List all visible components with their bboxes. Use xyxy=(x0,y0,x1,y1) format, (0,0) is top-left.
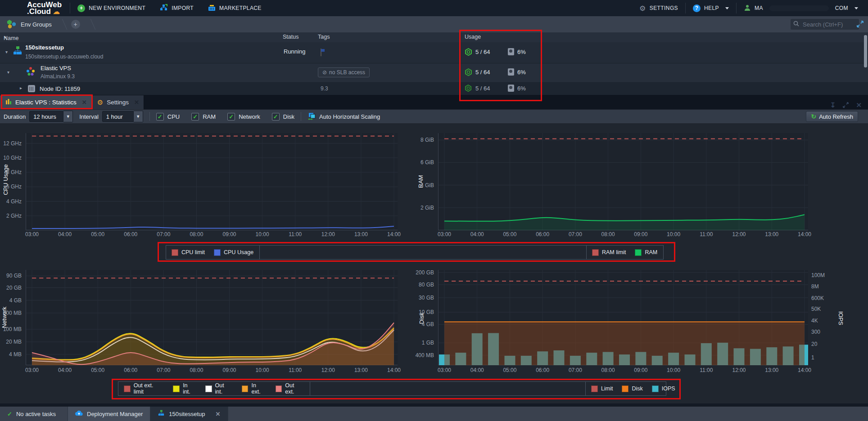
accuweb-logo[interactable]: AccuWeb .Cloud ☁ xyxy=(0,1,70,15)
bottom-tab-150sitessetup[interactable]: 150sitessetup ✕ xyxy=(150,407,228,421)
checkbox-label: CPU xyxy=(167,113,180,120)
checkbox-network[interactable]: ✓Network xyxy=(227,113,260,121)
table-row[interactable]: ▸ ||| Node ID: 11859 9.3 5 / 64 6% xyxy=(0,83,868,95)
close-icon[interactable]: ✕ xyxy=(216,411,221,417)
interval-select[interactable]: 1 hour xyxy=(102,111,134,122)
env-name[interactable]: 150sitessetup xyxy=(25,44,64,51)
resize-icon[interactable] xyxy=(843,102,849,109)
redacted-email xyxy=(769,5,829,11)
table-row[interactable]: ▾ 150sitessetup 150sitessetup.us-accuweb… xyxy=(0,42,868,63)
x-tick-label: 05:00 xyxy=(499,231,520,237)
deployment-manager-label: Deployment Manager xyxy=(87,411,143,417)
x-tick-label: 08:00 xyxy=(597,231,619,237)
app-root: AccuWeb .Cloud ☁ + NEW ENVIRONMENT IMPOR… xyxy=(0,0,868,421)
close-icon[interactable]: ✕ xyxy=(134,99,139,106)
series-area xyxy=(444,322,805,365)
x-tick-label: 14:00 xyxy=(794,367,815,373)
auto-scaling-label[interactable]: Auto Horizontal Scaling xyxy=(319,113,380,120)
scrollbar-thumb[interactable] xyxy=(864,35,867,67)
disk-icon xyxy=(508,85,514,92)
legend-item: RAM limit xyxy=(592,249,626,256)
search-input[interactable] xyxy=(802,21,850,28)
y-tick-label: 4 GiB xyxy=(409,182,434,188)
cloud-blue-icon xyxy=(75,410,83,417)
y-tick-label: 90 GB xyxy=(0,273,22,279)
legend-swatch xyxy=(173,385,180,392)
slb-access-badge: ⊘no SLB access xyxy=(318,67,370,77)
duration-select-arrow[interactable]: ▼ xyxy=(63,111,73,122)
y-tick-label: 20 MB xyxy=(0,339,22,345)
x-tick-label: 13:00 xyxy=(761,231,782,237)
tag-value: 9.3 xyxy=(321,85,328,92)
env-domain[interactable]: 150sitessetup.us-accuweb.cloud xyxy=(25,54,103,60)
deployment-manager-button[interactable]: Deployment Manager xyxy=(68,407,150,421)
add-group-button[interactable]: + xyxy=(71,20,80,29)
tab-statistics[interactable]: Elastic VPS : Statistics ✕ xyxy=(0,95,92,109)
cpu-legend: CPU limitCPU Usage xyxy=(166,245,260,260)
almalinux-icon xyxy=(26,67,35,78)
column-usage[interactable]: Usage xyxy=(465,34,481,40)
user-menu[interactable]: MA COM xyxy=(737,0,868,16)
duration-label: Duration xyxy=(4,113,26,120)
x-tick-label: 12:00 xyxy=(317,231,339,237)
column-tags[interactable]: Tags xyxy=(318,34,330,40)
close-icon[interactable]: ✕ xyxy=(82,99,87,106)
chevron-down-icon[interactable]: ▾ xyxy=(5,49,8,54)
expand-icon[interactable] xyxy=(857,21,863,29)
x-tick-label: 03:00 xyxy=(434,367,455,373)
node-icon: ||| xyxy=(28,85,35,92)
node-os[interactable]: AlmaLinux 9.3 xyxy=(41,73,75,80)
chevron-right-icon[interactable]: ▸ xyxy=(20,85,22,90)
help-button[interactable]: ? HELP xyxy=(686,0,736,16)
breadcrumb-title[interactable]: Env Groups xyxy=(21,21,52,28)
node-group-name[interactable]: Elastic VPS xyxy=(41,65,71,72)
table-row[interactable]: ▾ Elastic VPS AlmaLinux 9.3 ⊘no SLB acce… xyxy=(0,63,868,83)
close-panel-icon[interactable]: ✕ xyxy=(856,101,862,109)
auto-refresh-button[interactable]: ↻ Auto Refresh xyxy=(806,111,858,122)
top-bar-right: ⚙ SETTINGS ? HELP MA COM xyxy=(632,0,868,16)
checkbox-disk[interactable]: ✓Disk xyxy=(272,113,294,121)
x-tick-label: 04:00 xyxy=(466,367,488,373)
usage-disk: 6% xyxy=(508,68,526,76)
duration-select[interactable]: 12 hours xyxy=(29,111,63,122)
interval-label: Interval xyxy=(79,113,99,120)
env-groups-icon xyxy=(6,19,16,30)
x-tick-label: 12:00 xyxy=(728,367,750,373)
environment-icon xyxy=(13,46,23,57)
checkbox-ram[interactable]: ✓RAM xyxy=(191,113,216,121)
download-icon[interactable]: ↧ xyxy=(830,101,836,109)
refresh-icon: ↻ xyxy=(811,113,816,120)
column-status[interactable]: Status xyxy=(283,34,298,40)
import-button[interactable]: IMPORT xyxy=(153,0,201,16)
help-label: HELP xyxy=(704,5,719,11)
marketplace-label: MARKETPLACE xyxy=(219,5,262,11)
settings-button[interactable]: ⚙ SETTINGS xyxy=(632,0,685,16)
tab-statistics-label: Elastic VPS : Statistics xyxy=(15,99,77,106)
network-chart-plot xyxy=(26,270,398,365)
usage-cpu: 5 / 64 xyxy=(465,85,490,92)
marketplace-button[interactable]: MARKETPLACE xyxy=(201,0,269,16)
us-flag-icon xyxy=(321,49,321,56)
usage-cpu-value: 5 / 64 xyxy=(475,49,490,55)
x-tick-label: 07:00 xyxy=(153,367,174,373)
y-tick-label: 10 GHz xyxy=(0,155,22,161)
node-id[interactable]: Node ID: 11859 xyxy=(40,85,80,92)
y-tick-label: 8 GHz xyxy=(0,169,22,175)
y-tick-label: 2 GiB xyxy=(409,205,434,211)
chevron-down-icon[interactable]: ▾ xyxy=(7,70,9,75)
legend-label: Out ext. limit xyxy=(134,382,164,395)
interval-select-arrow[interactable]: ▼ xyxy=(134,111,143,122)
x-tick-label: 05:00 xyxy=(499,367,520,373)
legend-item: Limit xyxy=(591,385,613,392)
tab-settings[interactable]: ⚙ Settings ✕ xyxy=(92,95,144,109)
legend-label: RAM xyxy=(645,249,657,255)
iops-chart-y-title: IOPS xyxy=(837,311,844,325)
y-tick-label: 100 MB xyxy=(0,326,22,332)
environment-icon xyxy=(158,410,165,418)
breadcrumb-chevron xyxy=(55,19,67,30)
y-tick-label-right: 50K xyxy=(811,306,832,312)
active-tasks-status[interactable]: ✓ No active tasks xyxy=(0,407,68,421)
new-environment-button[interactable]: + NEW ENVIRONMENT xyxy=(70,0,153,16)
checkbox-cpu[interactable]: ✓CPU xyxy=(156,113,180,121)
x-tick-label: 14:00 xyxy=(383,367,405,373)
